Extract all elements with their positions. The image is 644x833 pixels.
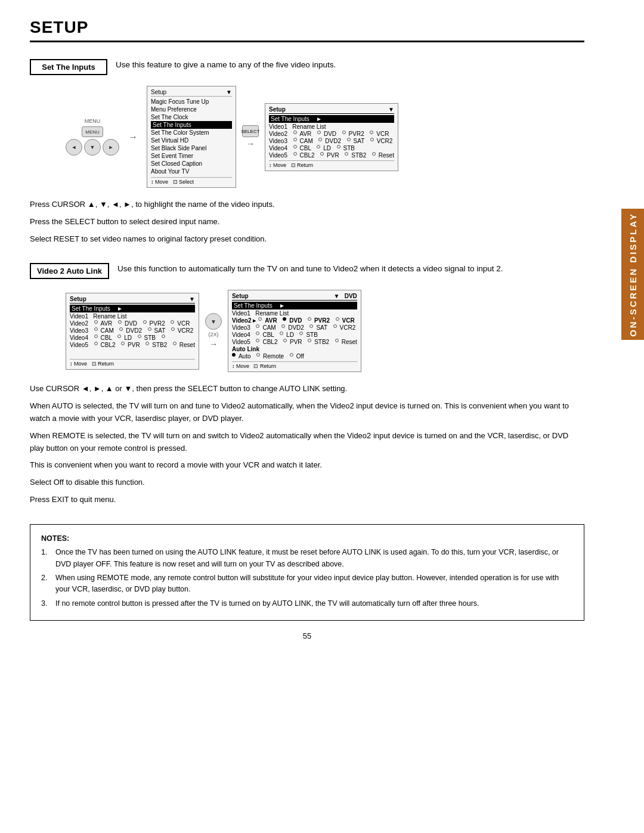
right-btn[interactable]: ► bbox=[103, 139, 119, 156]
left-btn[interactable]: ◄ bbox=[66, 139, 82, 156]
side-label: ON-SCREEN DISPLAY bbox=[628, 212, 638, 337]
set-inputs-section: Set The Inputs Use this feature to give … bbox=[30, 59, 584, 245]
screen-setup-menu: Setup ▼ Magic Focus Tune Up Menu Prefere… bbox=[147, 86, 236, 188]
note-text-2: When using REMOTE mode, any remote contr… bbox=[55, 572, 573, 596]
screen-autolink-right: Setup ▼ DVD Set The Inputs ► Video1 Rena… bbox=[228, 290, 361, 372]
arrow-right-2: → bbox=[243, 139, 258, 148]
autolink-body6: Press EXIT to quit menu. bbox=[30, 494, 584, 506]
arrow-right-3: → bbox=[206, 339, 221, 349]
down-btn[interactable]: ▼ bbox=[84, 139, 101, 156]
set-inputs-body3: Select RESET to set video names to origi… bbox=[30, 233, 584, 246]
menu-remote: MENU ◄ ▼ ► bbox=[66, 126, 119, 156]
menu-btn[interactable]: MENU bbox=[82, 126, 103, 137]
video2-autolink-description: Use this function to automatically turn … bbox=[117, 263, 503, 275]
note-num-3: 3. bbox=[41, 598, 51, 609]
note-text-1: Once the TV has been turned on using the… bbox=[55, 547, 573, 570]
notes-title: NOTES: bbox=[41, 534, 69, 543]
notes-list: 1. Once the TV has been turned on using … bbox=[41, 547, 573, 609]
page-number: 55 bbox=[30, 631, 584, 640]
page-title: SETUP bbox=[30, 18, 584, 42]
video2-autolink-section: Video 2 Auto Link Use this function to a… bbox=[30, 263, 584, 506]
autolink-body5: Select Off to disable this function. bbox=[30, 476, 584, 489]
set-inputs-body1: Press CURSOR ▲, ▼, ◄, ►, to highlight th… bbox=[30, 199, 584, 211]
video2-autolink-label: Video 2 Auto Link bbox=[30, 263, 109, 279]
notes-box: NOTES: 1. Once the TV has been turned on… bbox=[30, 524, 584, 621]
screen-autolink-left: Setup ▼ Set The Inputs ► Video1 Rename L… bbox=[66, 293, 199, 370]
screen-set-inputs: Setup ▼ Set The Inputs ► Video1 Rename L… bbox=[265, 103, 398, 171]
autolink-body1: Use CURSOR ◄, ►, ▲ or ▼, then press the … bbox=[30, 383, 584, 395]
set-inputs-body2: Press the SELECT button to select desire… bbox=[30, 216, 584, 228]
arrow-right-1: → bbox=[125, 132, 141, 143]
note-num-1: 1. bbox=[41, 547, 51, 570]
set-inputs-label: Set The Inputs bbox=[30, 59, 107, 75]
note-text-3: If no remote control button is pressed a… bbox=[55, 598, 479, 609]
set-inputs-diagram: MENU MENU ◄ ▼ ► → Setup ▼ Magic Focus T bbox=[66, 86, 584, 188]
autolink-body4: This is convenient when you want to reco… bbox=[30, 459, 584, 472]
down-btn-2[interactable]: ▼ bbox=[205, 313, 222, 330]
set-inputs-description: Use this feature to give a name to any o… bbox=[116, 59, 336, 71]
autolink-body2: When AUTO is selected, the TV will turn … bbox=[30, 400, 584, 425]
autolink-diagram: Setup ▼ Set The Inputs ► Video1 Rename L… bbox=[66, 290, 584, 372]
select-button-1[interactable]: SELECT bbox=[242, 125, 259, 137]
autolink-body3: When REMOTE is selected, the TV will tur… bbox=[30, 430, 584, 455]
note-num-2: 2. bbox=[41, 572, 51, 596]
